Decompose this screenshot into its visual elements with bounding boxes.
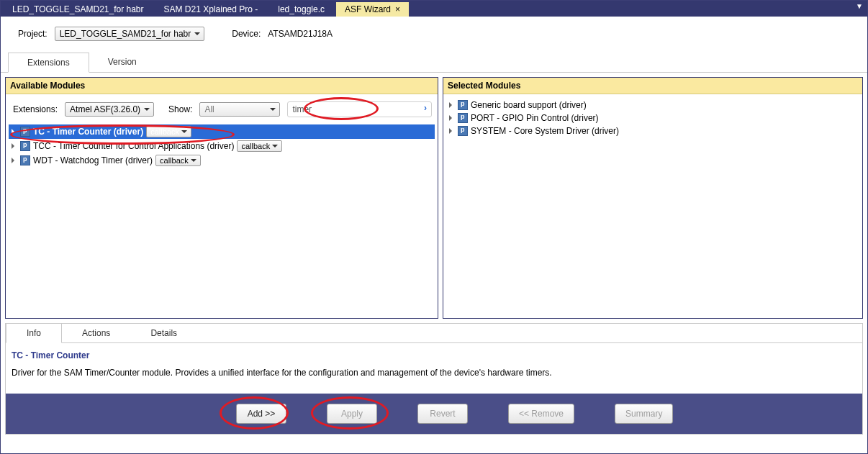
- available-modules-panel: Available Modules Extensions: Atmel ASF(…: [5, 77, 438, 319]
- module-icon: [458, 113, 468, 123]
- module-name: SYSTEM - Core System Driver (driver): [471, 126, 619, 136]
- expander-icon[interactable]: [448, 114, 455, 122]
- module-icon: [458, 126, 468, 136]
- tab-extensions[interactable]: Extensions: [8, 53, 89, 73]
- doc-tab[interactable]: led_toggle.c: [269, 2, 333, 17]
- selected-modules-tree: Generic board support (driver) PORT - GP…: [443, 94, 862, 142]
- module-name: TC - Timer Counter (driver): [33, 127, 143, 137]
- expander-icon[interactable]: [10, 157, 17, 164]
- extensions-filter-select[interactable]: Atmel ASF(3.26.0): [65, 102, 154, 117]
- selected-modules-panel: Selected Modules Generic board support (…: [443, 77, 863, 319]
- doc-tab-label: ASF Wizard: [345, 4, 391, 14]
- expander-icon[interactable]: [10, 128, 17, 135]
- module-name: TCC - Timer Counter for Control Applicat…: [33, 141, 234, 151]
- document-tab-strip: LED_TOGGLE_SAMD21_for habr SAM D21 Xplai…: [1, 1, 867, 17]
- module-icon: [458, 100, 468, 110]
- revert-button[interactable]: Revert: [417, 404, 468, 424]
- expander-icon[interactable]: [448, 127, 455, 135]
- module-name: PORT - GPIO Pin Control (driver): [471, 113, 599, 123]
- expander-icon[interactable]: [448, 101, 455, 109]
- project-row: Project: LED_TOGGLE_SAMD21_for habr Devi…: [1, 17, 867, 48]
- device-label: Device:: [232, 29, 261, 39]
- module-row[interactable]: WDT - Watchdog Timer (driver) callback: [9, 153, 435, 168]
- apply-button[interactable]: Apply: [327, 404, 377, 424]
- module-mode-select[interactable]: callback: [146, 126, 191, 137]
- remove-button[interactable]: << Remove: [508, 404, 574, 424]
- detail-panel: Info Actions Details TC - Timer Counter …: [5, 323, 863, 435]
- module-name: Generic board support (driver): [471, 100, 587, 110]
- button-bar: Add >> Apply Revert << Remove Summary: [6, 394, 862, 434]
- add-button[interactable]: Add >>: [236, 404, 286, 424]
- module-icon: [20, 141, 30, 151]
- doc-tab-active[interactable]: ASF Wizard ×: [336, 2, 409, 17]
- tab-overflow-icon[interactable]: ▼: [856, 2, 863, 10]
- show-filter-select[interactable]: All: [199, 102, 280, 117]
- available-modules-header: Available Modules: [6, 78, 438, 94]
- tab-details[interactable]: Details: [130, 324, 197, 342]
- project-label: Project:: [18, 29, 48, 39]
- module-icon: [20, 127, 30, 137]
- device-value: ATSAMD21J18A: [268, 29, 333, 39]
- module-search-input[interactable]: timer: [287, 101, 432, 117]
- module-row-selected[interactable]: TC - Timer Counter (driver) callback: [9, 124, 435, 139]
- doc-tab[interactable]: SAM D21 Xplained Pro -: [155, 2, 267, 17]
- doc-tab[interactable]: LED_TOGGLE_SAMD21_for habr: [4, 2, 153, 17]
- tab-actions[interactable]: Actions: [62, 324, 130, 342]
- selected-modules-header: Selected Modules: [443, 78, 862, 94]
- module-name: WDT - Watchdog Timer (driver): [33, 155, 153, 165]
- selected-module-row[interactable]: Generic board support (driver): [446, 99, 859, 112]
- tab-version[interactable]: Version: [89, 53, 155, 72]
- summary-button[interactable]: Summary: [615, 404, 673, 424]
- tab-info[interactable]: Info: [6, 324, 62, 343]
- show-filter-label: Show:: [168, 104, 192, 114]
- main-tabs: Extensions Version: [1, 53, 867, 73]
- selected-module-row[interactable]: SYSTEM - Core System Driver (driver): [446, 124, 859, 137]
- selected-module-row[interactable]: PORT - GPIO Pin Control (driver): [446, 112, 859, 124]
- close-icon[interactable]: ×: [395, 4, 400, 14]
- detail-tabs: Info Actions Details: [6, 324, 862, 343]
- extensions-filter-label: Extensions:: [13, 104, 58, 114]
- detail-title: TC - Timer Counter: [12, 350, 856, 360]
- project-select[interactable]: LED_TOGGLE_SAMD21_for habr: [55, 27, 205, 41]
- detail-description: Driver for the SAM Timer/Counter module.…: [12, 368, 856, 378]
- available-modules-tree: TC - Timer Counter (driver) callback TCC…: [6, 124, 438, 171]
- module-mode-select[interactable]: callback: [237, 140, 282, 152]
- module-icon: [20, 155, 30, 165]
- module-row[interactable]: TCC - Timer Counter for Control Applicat…: [9, 139, 435, 153]
- expander-icon[interactable]: [10, 142, 17, 150]
- module-mode-select[interactable]: callback: [155, 155, 201, 166]
